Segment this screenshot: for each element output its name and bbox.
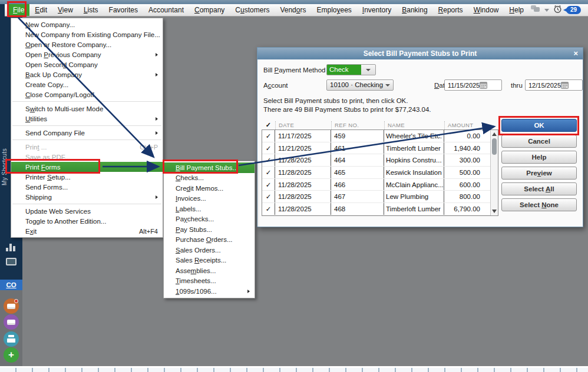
calendar-icon[interactable] [480, 81, 500, 89]
submenu-arrow-icon [247, 290, 250, 293]
cell-checkmark[interactable]: ✓ [262, 203, 275, 215]
window-icon[interactable] [6, 258, 16, 265]
date-to-input[interactable]: 12/15/2025 [525, 79, 583, 91]
menu-item-print-forms[interactable]: Print Forms [11, 162, 163, 172]
table-row[interactable]: ✓11/17/2025459Wheeler's Tile Etc.0.00 [262, 130, 498, 142]
menu-vendors[interactable]: Vendors [275, 4, 311, 16]
menu-item-send-forms[interactable]: Send Forms... [11, 182, 163, 192]
menu-item-credit-memos[interactable]: Credit Memos... [164, 183, 255, 194]
menu-item-assemblies[interactable]: Assemblies... [164, 265, 255, 276]
scroll-down-icon[interactable] [492, 210, 497, 213]
select-none-button[interactable]: Select None [501, 198, 577, 211]
dialog-title-bar[interactable]: Select Bill Payment Stubs to Print × [257, 48, 583, 59]
menu-item-purchase-orders[interactable]: Purchase Orders... [164, 235, 255, 245]
bar-chart-icon[interactable] [6, 243, 16, 251]
table-row[interactable]: ✓11/28/2025466McClain Applianc...600.00 [262, 179, 498, 191]
menu-item-pay-stubs[interactable]: Pay Stubs... [164, 224, 255, 235]
scrollbar-thumb[interactable] [492, 138, 497, 155]
menu-item-save-as-pdf[interactable]: Save as PDF... [11, 152, 163, 162]
menu-item-sales-orders[interactable]: Sales Orders... [164, 245, 255, 255]
menu-item-1099s-1096[interactable]: 1099s/1096... [164, 286, 255, 297]
contacts-icon[interactable] [4, 298, 19, 314]
menu-lists[interactable]: Lists [78, 4, 104, 16]
menu-item-bill-payment-stubs[interactable]: Bill Payment Stubs... [164, 162, 255, 173]
date-from-input[interactable]: 11/15/2025 [444, 79, 502, 91]
calendar-icon[interactable] [561, 81, 580, 89]
menu-item-print[interactable]: Print ...Ctrl+P [11, 142, 163, 152]
menu-reports[interactable]: Reports [433, 4, 468, 16]
table-row[interactable]: ✓11/28/2025467Lew Plumbing800.00 [262, 191, 498, 203]
menu-item-update-web-services[interactable]: Update Web Services [11, 206, 163, 216]
table-row[interactable]: ✓11/21/2025461Timberloft Lumber1,940.40 [262, 142, 498, 155]
cell-checkmark[interactable]: ✓ [262, 142, 275, 154]
menu-item-send-company-file[interactable]: Send Company File [11, 128, 163, 138]
reminders-clock-icon[interactable] [553, 5, 562, 16]
table-row[interactable]: ✓11/28/2025465Keswick Insulation500.00 [262, 167, 498, 179]
menu-item-labels[interactable]: Labels... [164, 204, 255, 214]
table-row[interactable]: ✓11/28/2025464Hopkins Constru...300.00 [262, 154, 498, 167]
menu-inventory[interactable]: Inventory [357, 4, 397, 16]
cell-checkmark[interactable]: ✓ [262, 191, 275, 202]
menu-edit[interactable]: Edit [29, 4, 52, 16]
table-row[interactable]: ✓11/28/2025468Timberloft Lumber6,790.00 [262, 203, 498, 215]
menu-item-sales-receipts[interactable]: Sales Receipts... [164, 255, 255, 266]
sidebar-item-co[interactable]: CO [0, 280, 22, 290]
menu-accountant[interactable]: Accountant [143, 4, 189, 16]
menu-view[interactable]: View [52, 4, 78, 16]
menu-item-timesheets[interactable]: Timesheets... [164, 276, 255, 287]
menu-item-switch-to-multi-user-mode[interactable]: Switch to Multi-user Mode [11, 104, 163, 114]
preview-button[interactable]: Preview [501, 167, 577, 180]
close-icon[interactable]: × [573, 48, 578, 59]
chevron-down-icon[interactable] [544, 9, 549, 12]
menu-item-label: Send Forms... [25, 184, 68, 191]
menu-item-open-or-restore-company[interactable]: Open or Restore Company... [11, 39, 163, 49]
menu-item-open-previous-company[interactable]: Open Previous Company [11, 49, 163, 59]
menu-help[interactable]: Help [504, 4, 529, 16]
column-header-amount[interactable]: AMOUNT [444, 121, 491, 129]
menu-item-paychecks[interactable]: Paychecks... [164, 214, 255, 225]
menu-item-back-up-company[interactable]: Back Up Company [11, 69, 163, 79]
menu-item-checks[interactable]: Checks... [164, 173, 255, 184]
menu-file[interactable]: File [8, 4, 29, 16]
table-scrollbar[interactable] [490, 130, 498, 215]
select-all-button[interactable]: Select All [501, 182, 577, 195]
printer-icon[interactable] [4, 331, 19, 347]
menu-item-new-company-from-existing-company-file[interactable]: New Company from Existing Company File..… [11, 29, 163, 39]
cancel-button[interactable]: Cancel [501, 135, 577, 148]
menu-favorites[interactable]: Favorites [104, 4, 143, 16]
column-header-date[interactable]: DATE [275, 121, 331, 129]
cell-checkmark[interactable]: ✓ [262, 179, 275, 191]
help-button[interactable]: Help [501, 151, 577, 164]
scroll-up-icon[interactable] [492, 132, 497, 136]
menu-employees[interactable]: Employees [311, 4, 356, 16]
cell-checkmark[interactable]: ✓ [262, 154, 275, 166]
add-icon[interactable]: + [4, 347, 19, 363]
menu-item-new-company[interactable]: New Company... [11, 19, 163, 29]
menu-item-printer-setup[interactable]: Printer Setup... [11, 172, 163, 182]
menu-item-utilities[interactable]: Utilities [11, 114, 163, 124]
menu-banking[interactable]: Banking [397, 4, 432, 16]
menu-window[interactable]: Window [468, 4, 504, 16]
menu-item-exit[interactable]: ExitAlt+F4 [11, 226, 163, 236]
payment-card-icon[interactable] [4, 314, 19, 330]
bill-payment-method-dropdown[interactable]: Check [326, 64, 376, 75]
menu-company[interactable]: Company [189, 4, 230, 16]
column-header-ref-no[interactable]: REF NO. [331, 121, 384, 129]
file-menu: New Company...New Company from Existing … [11, 18, 163, 238]
column-header-name[interactable]: NAME [384, 121, 444, 129]
menu-item-create-copy[interactable]: Create Copy... [11, 79, 163, 89]
column-header-check[interactable]: ✓ [262, 121, 275, 129]
ok-button[interactable]: OK [501, 119, 577, 132]
cell-checkmark[interactable]: ✓ [262, 167, 275, 178]
account-dropdown[interactable]: 10100 · Checking [326, 79, 394, 91]
menu-item-toggle-to-another-edition[interactable]: Toggle to Another Edition... [11, 216, 163, 226]
menu-item-open-second-company[interactable]: Open Second Company [11, 59, 163, 69]
menu-item-invoices[interactable]: Invoices... [164, 194, 255, 204]
cell-checkmark[interactable]: ✓ [262, 130, 275, 142]
reminders-count-badge[interactable]: 29 [566, 6, 581, 14]
menu-item-shipping[interactable]: Shipping [11, 192, 163, 202]
messages-icon[interactable] [530, 5, 540, 15]
menu-item-close-company-logoff[interactable]: Close Company/Logoff [11, 89, 163, 99]
chevron-down-icon[interactable] [361, 65, 375, 75]
menu-customers[interactable]: Customers [230, 4, 275, 16]
